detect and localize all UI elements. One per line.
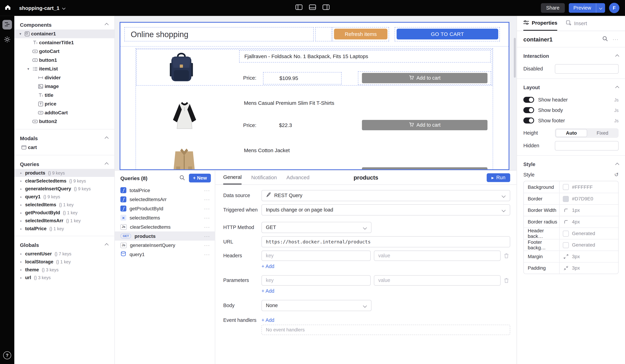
query-item-products[interactable]: GET products ··· xyxy=(115,231,215,241)
app-name-menu[interactable]: shopping-cart_1 xyxy=(19,5,65,11)
product-image-jacket[interactable] xyxy=(169,144,199,170)
header-key-input[interactable] xyxy=(261,251,371,261)
body-select[interactable]: None xyxy=(261,300,372,311)
kebab-menu-icon[interactable]: ··· xyxy=(613,37,619,42)
height-auto-option[interactable]: Auto xyxy=(556,129,587,137)
show-header-toggle[interactable] xyxy=(523,97,534,103)
caret-right-icon[interactable]: ▸ xyxy=(19,252,23,255)
http-method-select[interactable]: GET xyxy=(261,222,372,233)
refresh-items-button[interactable]: Refresh items xyxy=(334,29,387,39)
modals-header[interactable]: Modals xyxy=(14,133,114,143)
style-header[interactable]: Style xyxy=(523,160,619,169)
parameter-value-input[interactable] xyxy=(374,275,501,286)
color-swatch[interactable] xyxy=(563,242,569,248)
caret-right-icon[interactable]: ▸ xyxy=(19,227,23,231)
add-event-handler-link[interactable]: + Add xyxy=(261,317,274,323)
caret-right-icon[interactable]: ▸ xyxy=(19,276,23,280)
user-avatar[interactable]: F xyxy=(609,3,620,13)
caret-down-icon[interactable]: ▾ xyxy=(26,67,31,71)
product-image-backpack[interactable] xyxy=(167,51,195,86)
canvas-scrollbar[interactable] xyxy=(514,38,516,78)
product-title[interactable]: Mens Casual Premium Slim Fit T-Shirts xyxy=(244,100,334,106)
tree-item-title[interactable]: title xyxy=(14,91,114,100)
share-button[interactable]: Share xyxy=(541,3,564,13)
kebab-menu-icon[interactable]: ··· xyxy=(204,233,210,239)
tab-general[interactable]: General xyxy=(223,170,242,184)
add-header-link[interactable]: + Add xyxy=(261,264,274,269)
caret-right-icon[interactable]: ▸ xyxy=(19,195,23,199)
layout-header[interactable]: Layout xyxy=(523,83,619,92)
parameter-key-input[interactable] xyxy=(261,275,371,286)
query-inspect-products[interactable]: ▸ products {} 9 keys xyxy=(14,169,114,177)
tree-item-itemList[interactable]: ▾ itemList xyxy=(14,64,114,73)
kebab-menu-icon[interactable]: ··· xyxy=(204,242,210,248)
query-item-totalPrice[interactable]: ƒ totalPrice ··· xyxy=(115,186,215,195)
header-value-input[interactable] xyxy=(374,251,501,261)
product-image-tshirt[interactable] xyxy=(170,97,199,133)
help-button[interactable]: ? xyxy=(3,351,11,359)
globals-header[interactable]: Globals xyxy=(14,240,114,250)
query-inspect-totalPrice[interactable]: ▸ totalPrice {} 1 key xyxy=(14,225,114,233)
caret-right-icon[interactable]: ▸ xyxy=(19,260,23,264)
tree-item-divider[interactable]: divider xyxy=(14,73,114,82)
query-item-getProductById[interactable]: ƒ getProductById ··· xyxy=(115,204,215,213)
query-inspect-getProductById[interactable]: ▸ getProductById {} 1 key xyxy=(14,209,114,217)
show-footer-toggle[interactable] xyxy=(523,117,534,123)
caret-right-icon[interactable]: ▸ xyxy=(19,179,23,183)
kebab-menu-icon[interactable]: ··· xyxy=(204,252,210,257)
disabled-input[interactable] xyxy=(555,64,619,74)
hidden-input[interactable] xyxy=(555,141,619,151)
tree-item-image[interactable]: image xyxy=(14,82,114,91)
show-body-toggle[interactable] xyxy=(523,107,534,113)
global-inspect-url[interactable]: ▸ url {} 3 keys xyxy=(14,274,114,281)
query-inspect-selectedItems[interactable]: ▸ selectedItems {} 1 key xyxy=(14,201,114,209)
js-binding-toggle[interactable]: Js xyxy=(614,108,619,112)
panel-left-toggle-icon[interactable] xyxy=(295,4,302,11)
caret-right-icon[interactable]: ▸ xyxy=(19,211,23,215)
query-inspect-selectedItemsArr[interactable]: ▸ selectedItemsArr {} 1 key xyxy=(14,217,114,225)
caret-right-icon[interactable]: ▸ xyxy=(19,187,23,191)
go-to-cart-button[interactable]: GO TO CART xyxy=(397,29,498,39)
data-source-select[interactable]: REST Query xyxy=(261,190,510,201)
js-binding-toggle[interactable]: Js xyxy=(614,118,619,123)
panel-bottom-toggle-icon[interactable] xyxy=(309,4,316,11)
global-inspect-currentUser[interactable]: ▸ currentUser {} 7 keys xyxy=(14,250,114,258)
tab-properties[interactable]: Properties xyxy=(523,16,558,31)
add-to-cart-button[interactable]: Add to cart xyxy=(362,73,488,83)
kebab-menu-icon[interactable]: ··· xyxy=(204,187,210,193)
caret-right-icon[interactable]: ▸ xyxy=(19,203,23,207)
components-header[interactable]: Components xyxy=(14,20,114,29)
settings-rail-button[interactable] xyxy=(4,36,11,45)
components-tree-rail-button[interactable] xyxy=(2,20,12,29)
preview-button[interactable]: Preview xyxy=(568,3,605,13)
kebab-menu-icon[interactable]: ··· xyxy=(204,215,210,221)
tab-notification[interactable]: Notification xyxy=(251,170,277,184)
caret-down-icon[interactable]: ▾ xyxy=(18,32,23,36)
js-binding-toggle[interactable]: Js xyxy=(614,97,619,102)
app-canvas[interactable]: Online shopping Refresh items GO TO CART… xyxy=(120,22,509,170)
home-button[interactable] xyxy=(0,0,15,16)
query-item-clearSelectedtems[interactable]: Js clearSelectedtems ··· xyxy=(115,222,215,231)
height-fixed-option[interactable]: Fixed xyxy=(587,129,618,137)
query-inspect-clearSelectedtems[interactable]: ▸ clearSelectedtems {} 9 keys xyxy=(14,177,114,185)
caret-right-icon[interactable]: ▸ xyxy=(19,171,23,175)
triggered-when-select[interactable]: Inputs change or on page load xyxy=(261,204,510,216)
modal-item-cart[interactable]: cart xyxy=(14,143,114,152)
price-value-widget[interactable]: $109.95 xyxy=(263,72,342,84)
trash-icon[interactable] xyxy=(504,253,509,258)
tree-item-addtoCart[interactable]: addtoCart xyxy=(14,108,114,117)
color-swatch[interactable] xyxy=(563,184,569,190)
global-inspect-localStorage[interactable]: ▸ localStorage {} 1 key xyxy=(14,258,114,266)
query-item-query1[interactable]: query1 ··· xyxy=(115,250,215,259)
interaction-header[interactable]: Interaction xyxy=(523,51,619,61)
new-query-button[interactable]: + New xyxy=(189,174,211,183)
search-icon[interactable] xyxy=(602,36,608,43)
run-query-button[interactable]: ▶ Run xyxy=(487,173,510,182)
product-title[interactable]: Mens Cotton Jacket xyxy=(244,147,290,153)
query-inspect-query1[interactable]: ▸ query1 {} 9 keys xyxy=(14,193,114,201)
caret-right-icon[interactable]: ▸ xyxy=(19,268,23,272)
global-inspect-theme[interactable]: ▸ theme {} 3 keys xyxy=(14,266,114,274)
trash-icon[interactable] xyxy=(504,278,509,283)
tree-item-gotoCart[interactable]: gotoCart xyxy=(14,47,114,56)
search-icon[interactable] xyxy=(179,175,185,181)
